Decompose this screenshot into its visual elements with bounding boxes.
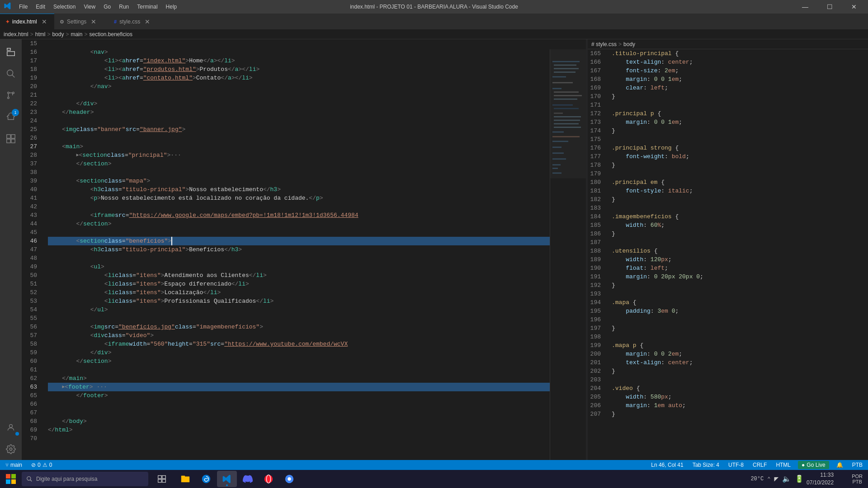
- tab-style-css[interactable]: # style.css ✕: [108, 14, 163, 29]
- css-breadcrumb-body[interactable]: body: [623, 41, 635, 47]
- breadcrumb-main[interactable]: main: [71, 31, 82, 38]
- activity-search[interactable]: [0, 63, 22, 84]
- taskbar-app-chrome[interactable]: [279, 471, 299, 487]
- taskbar-temperature: 20°C: [750, 476, 764, 482]
- taskbar-app-vscode[interactable]: [217, 471, 237, 487]
- code-line-67: [48, 408, 586, 417]
- taskbar-network-icon[interactable]: ◤: [774, 474, 778, 483]
- html-editor[interactable]: 15 16 17 18 19 20 21 22 23 24 25 26 27 2…: [22, 39, 586, 460]
- css-breadcrumb-file[interactable]: # style.css: [591, 41, 617, 47]
- code-line-54: </ul>: [48, 305, 586, 314]
- status-encoding[interactable]: UTF-8: [726, 462, 745, 468]
- tab-settings-close-icon[interactable]: ✕: [91, 18, 96, 25]
- taskbar-task-view[interactable]: [152, 471, 172, 487]
- code-line-56: <img src="beneficios.jpg" class="imagemb…: [48, 323, 586, 331]
- main-area: 1 15 16 17 18 19: [0, 39, 868, 460]
- taskbar-app-explorer[interactable]: [175, 471, 195, 487]
- svg-point-53: [266, 475, 270, 483]
- taskbar-show-desktop[interactable]: [836, 471, 849, 487]
- status-notifications[interactable]: 🔔: [835, 462, 845, 468]
- status-language-text: HTML: [776, 462, 791, 468]
- svg-rect-40: [6, 474, 10, 479]
- error-icon: ⊘: [31, 462, 36, 468]
- menu-go[interactable]: Go: [100, 2, 114, 12]
- minimize-button[interactable]: —: [795, 0, 816, 14]
- status-line-ending[interactable]: CRLF: [751, 462, 769, 468]
- code-line-50: <li class="itens">Atendimento aos Client…: [48, 271, 586, 280]
- html-line-numbers: 15 16 17 18 19 20 21 22 23 24 25 26 27 2…: [22, 39, 44, 460]
- taskbar-right: 20°C ⌃ ◤ 🔈 🔋 11:33 07/10/2022 POR PTB: [750, 471, 866, 487]
- code-line-62: </main>: [48, 374, 586, 383]
- taskbar-search[interactable]: Digite aqui para pesquisa: [22, 472, 148, 486]
- status-language[interactable]: HTML: [774, 462, 793, 468]
- css-editor[interactable]: # style.css > body 165 166 167 168 169 1…: [588, 39, 868, 460]
- css-line-205: width: 580px;: [612, 393, 868, 401]
- taskbar-app-opera[interactable]: [259, 471, 278, 487]
- tab-close-icon[interactable]: ✕: [42, 18, 47, 25]
- taskbar-battery-icon[interactable]: 🔋: [795, 474, 804, 483]
- code-line-25: <img class="banner" src="banner.jpg">: [48, 125, 586, 134]
- activity-extensions[interactable]: [0, 128, 22, 150]
- svg-rect-42: [6, 479, 10, 484]
- menu-help[interactable]: Help: [162, 2, 181, 12]
- menu-edit[interactable]: Edit: [32, 2, 49, 12]
- tab-settings[interactable]: ⚙ Settings ✕: [54, 14, 108, 29]
- status-encoding-text: UTF-8: [728, 462, 744, 468]
- tab-index-html[interactable]: ✦ index.html ✕: [0, 14, 54, 29]
- taskbar-app-discord[interactable]: [238, 471, 258, 487]
- breadcrumb-file[interactable]: index.html: [4, 31, 28, 38]
- status-tab-size[interactable]: Tab Size: 4: [691, 462, 721, 468]
- code-line-43: <iframe src="https://www.google.com/maps…: [48, 211, 586, 220]
- menu-file[interactable]: File: [15, 2, 31, 12]
- taskbar-app-edge[interactable]: [196, 471, 216, 487]
- tab-css-close-icon[interactable]: ✕: [145, 18, 150, 25]
- activity-explorer[interactable]: [0, 41, 22, 63]
- css-line-194: .mapa {: [612, 298, 868, 307]
- code-line-19: <li><a href="contato.html">Contato</a></…: [48, 74, 586, 82]
- taskbar-language[interactable]: POR PTB: [852, 474, 863, 484]
- activity-settings[interactable]: [0, 438, 22, 460]
- systray: 20°C ⌃ ◤ 🔈 🔋: [750, 474, 804, 483]
- tab-index-html-label: index.html: [12, 19, 37, 25]
- code-line-20: </nav>: [48, 82, 586, 91]
- activity-debug[interactable]: 1: [0, 106, 22, 128]
- status-position[interactable]: Ln 46, Col 41: [649, 462, 685, 468]
- taskbar-chevron-up[interactable]: ⌃: [767, 476, 770, 483]
- taskbar-sound-icon[interactable]: 🔈: [782, 474, 791, 483]
- tab-style-css-label: style.css: [119, 19, 140, 25]
- activity-git[interactable]: [0, 84, 22, 106]
- code-line-40: <h3 class="titulo-principal">Nosso estab…: [48, 185, 586, 194]
- status-errors[interactable]: ⊘ 0 ⚠ 0: [29, 462, 54, 468]
- css-scroll[interactable]: 165 166 167 168 169 170 171 172 173 174 …: [588, 49, 868, 460]
- code-line-24: [48, 117, 586, 125]
- close-button[interactable]: ✕: [844, 0, 864, 14]
- activity-account[interactable]: [0, 417, 22, 438]
- breadcrumb-body[interactable]: body: [52, 31, 64, 38]
- menu-view[interactable]: View: [80, 2, 99, 12]
- html-scroll[interactable]: 15 16 17 18 19 20 21 22 23 24 25 26 27 2…: [22, 39, 586, 460]
- css-line-173: margin: 0 0 1em;: [612, 118, 868, 127]
- status-branch[interactable]: ⑂ main: [4, 462, 24, 468]
- menu-run[interactable]: Run: [115, 2, 132, 12]
- html-code[interactable]: <nav> <li><a href="index.html">Home</a><…: [44, 39, 586, 460]
- taskbar-date[interactable]: 07/10/2022: [807, 479, 834, 487]
- svg-rect-7: [7, 135, 10, 138]
- status-port[interactable]: PTB: [850, 462, 864, 468]
- taskbar-time[interactable]: 11:33: [820, 471, 834, 479]
- menu-selection[interactable]: Selection: [50, 2, 79, 12]
- status-go-live[interactable]: ● Go Live: [798, 461, 829, 469]
- breadcrumb-html[interactable]: html: [35, 31, 46, 38]
- code-line-44: </section>: [48, 220, 586, 228]
- menu-terminal[interactable]: Terminal: [133, 2, 161, 12]
- css-line-192: }: [612, 281, 868, 290]
- title-bar-menus: File Edit Selection View Go Run Terminal…: [15, 2, 180, 12]
- css-line-207: }: [612, 410, 868, 418]
- css-code[interactable]: .titulo-principal { text-align: center; …: [608, 49, 868, 460]
- svg-point-11: [9, 424, 13, 427]
- maximize-button[interactable]: ☐: [819, 0, 840, 14]
- taskbar-start-button[interactable]: [2, 471, 20, 487]
- breadcrumb: index.html > html > body > main > sectio…: [0, 29, 868, 39]
- svg-rect-0: [7, 48, 10, 51]
- breadcrumb-section[interactable]: section.beneficios: [89, 31, 132, 38]
- css-line-165: .titulo-principal {: [612, 49, 868, 58]
